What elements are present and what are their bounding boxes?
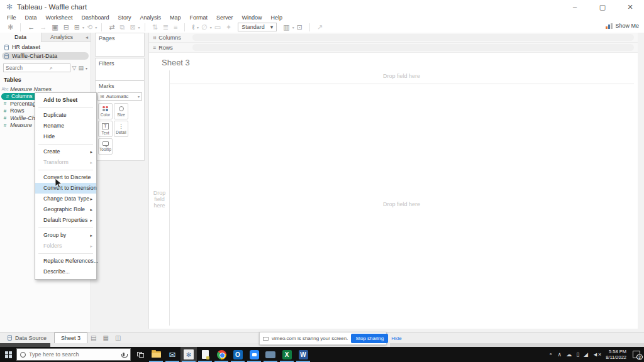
field-measure-names[interactable]: Abc Measure Names: [0, 85, 91, 93]
taskbar-clock[interactable]: 5:58 PM 8/11/2022: [606, 349, 626, 360]
onedrive-cloud-icon[interactable]: ☁: [566, 352, 572, 358]
format-icon[interactable]: ∅: [201, 24, 208, 31]
start-button[interactable]: [0, 347, 16, 362]
menu-file[interactable]: File: [3, 14, 21, 21]
menu-item-create[interactable]: Create▸: [35, 146, 96, 157]
clear-sheet-caret-icon[interactable]: ▾: [138, 25, 140, 30]
rows-shelf[interactable]: ≡ Rows: [149, 43, 638, 53]
menu-format[interactable]: Format: [185, 14, 212, 21]
drop-field-hint-top[interactable]: Drop field here: [169, 73, 634, 79]
menu-item-group-by[interactable]: Group by▸: [35, 230, 96, 241]
hide-link[interactable]: Hide: [391, 336, 401, 341]
menu-item-geographic-role[interactable]: Geographic Role▸: [35, 204, 96, 215]
color-button[interactable]: Color: [98, 103, 113, 119]
speaker-muted-icon[interactable]: ◄×: [592, 352, 601, 358]
close-button[interactable]: ✕: [616, 0, 644, 14]
new-worksheet-tab-icon[interactable]: ▤: [87, 332, 99, 343]
drop-field-hint-left[interactable]: Drop field here: [151, 190, 168, 209]
restore-button[interactable]: ▢: [589, 0, 616, 14]
menu-story[interactable]: Story: [113, 14, 135, 21]
menu-item-describe[interactable]: Describe...: [35, 266, 96, 277]
columns-shelf-field-area[interactable]: [192, 34, 634, 41]
pages-card[interactable]: Pages: [95, 33, 145, 57]
network-signal-icon[interactable]: ◢: [584, 352, 588, 358]
new-worksheet-caret-icon[interactable]: ▾: [82, 25, 84, 30]
menu-help[interactable]: Help: [267, 14, 287, 21]
minimize-button[interactable]: –: [561, 0, 589, 14]
data-source-waffle-chart-data[interactable]: Waffle-Chart-Data: [2, 52, 89, 60]
filter-icon[interactable]: ▽: [72, 65, 77, 71]
drop-field-hint-center[interactable]: Drop field here: [169, 201, 634, 207]
menu-item-change-data-type[interactable]: Change Data Type▸: [35, 194, 96, 204]
format-caret-icon[interactable]: ▾: [210, 25, 212, 30]
view-options-caret-icon[interactable]: ▾: [86, 66, 87, 70]
detail-button[interactable]: ⋮ Detail: [114, 121, 128, 137]
menu-item-rename[interactable]: Rename: [35, 121, 96, 131]
size-button[interactable]: Size: [114, 103, 128, 119]
tooltip-button[interactable]: Tooltip: [98, 138, 113, 155]
new-dashboard-tab-icon[interactable]: ▦: [100, 332, 112, 343]
new-data-source-icon[interactable]: ⊟: [64, 24, 69, 31]
sheet3-tab[interactable]: Sheet 3: [54, 332, 87, 343]
text-button[interactable]: T Text: [98, 121, 113, 137]
fix-axes-icon[interactable]: ✦: [226, 24, 231, 31]
redo-icon[interactable]: →: [40, 24, 47, 31]
show-me-button[interactable]: Show Me: [606, 23, 639, 29]
sort-ascending-icon[interactable]: ≣: [163, 24, 169, 31]
menu-item-hide[interactable]: Hide: [35, 131, 96, 142]
taskbar-remote-app[interactable]: [262, 347, 279, 362]
microphone-icon[interactable]: [123, 353, 125, 356]
refresh-icon[interactable]: ⟲: [87, 24, 92, 31]
share-icon[interactable]: ↗: [317, 24, 323, 31]
data-source-hr-dataset[interactable]: HR dataset: [0, 43, 91, 51]
duplicate-icon[interactable]: ⧉: [120, 24, 125, 31]
menu-item-default-properties[interactable]: Default Properties▸: [35, 215, 96, 226]
filters-card[interactable]: Filters: [95, 58, 145, 80]
taskbar-mail[interactable]: ✉: [164, 347, 180, 362]
taskbar-document[interactable]: [197, 347, 213, 362]
menu-item-convert-to-dimension[interactable]: Convert to Dimension: [35, 183, 96, 194]
tab-data[interactable]: Data: [0, 33, 42, 42]
clear-sheet-icon[interactable]: ⊠: [130, 24, 135, 31]
menu-item-duplicate[interactable]: Duplicate: [35, 110, 96, 121]
rows-shelf-field-area[interactable]: [192, 44, 634, 51]
field-search-input[interactable]: [6, 65, 50, 71]
highlight-caret-icon[interactable]: ▾: [197, 25, 199, 30]
taskbar-outlook[interactable]: O: [230, 347, 246, 362]
highlight-icon[interactable]: ℓ: [192, 24, 194, 31]
taskbar-chrome[interactable]: [213, 347, 230, 362]
menu-item-convert-to-discrete[interactable]: Convert to Discrete: [35, 172, 96, 183]
stop-sharing-button[interactable]: Stop sharing: [351, 334, 388, 343]
sort-descending-icon[interactable]: ≡: [174, 24, 177, 31]
notification-center-icon[interactable]: 2: [633, 351, 640, 358]
menu-item-add-to-sheet[interactable]: Add to Sheet: [35, 95, 96, 106]
swap-rows-columns-icon[interactable]: ⇄: [109, 24, 114, 31]
tableau-home-icon[interactable]: ✻: [8, 24, 13, 31]
tab-analytics[interactable]: Analytics: [42, 33, 82, 42]
task-view-icon[interactable]: [137, 352, 144, 358]
new-story-tab-icon[interactable]: ◫: [112, 332, 124, 343]
columns-shelf[interactable]: ≡ Columns: [149, 33, 638, 43]
fit-selector[interactable]: Standard ▾: [238, 23, 277, 31]
hidden-icons-chevron-icon[interactable]: ∧: [558, 352, 562, 358]
presentation-mode-icon[interactable]: ⊡: [297, 24, 303, 31]
show-hide-cards-icon[interactable]: ▥: [283, 24, 289, 31]
show-mark-labels-icon[interactable]: ▭: [214, 24, 221, 31]
taskbar-tableau[interactable]: ✻: [180, 347, 197, 362]
save-icon[interactable]: ▣: [52, 24, 58, 31]
menu-dashboard[interactable]: Dashboard: [77, 14, 113, 21]
menu-server[interactable]: Server: [212, 14, 238, 21]
taskbar-word[interactable]: W: [295, 347, 311, 362]
refresh-caret-icon[interactable]: ▾: [95, 25, 97, 30]
menu-map[interactable]: Map: [165, 14, 186, 21]
mark-type-dropdown[interactable]: ⊞ Automatic ▾: [97, 92, 142, 101]
view-options-icon[interactable]: ▤: [78, 65, 84, 71]
taskbar-search-input[interactable]: [29, 351, 103, 358]
menu-worksheet[interactable]: Worksheet: [42, 14, 77, 21]
menu-data[interactable]: Data: [21, 14, 42, 21]
menu-window[interactable]: Window: [238, 14, 267, 21]
taskbar-zoom[interactable]: [246, 347, 262, 362]
field-search-box[interactable]: ⌕: [3, 63, 70, 72]
taskbar-search-box[interactable]: [16, 348, 131, 361]
collapse-panel-icon[interactable]: ◂: [86, 35, 91, 40]
